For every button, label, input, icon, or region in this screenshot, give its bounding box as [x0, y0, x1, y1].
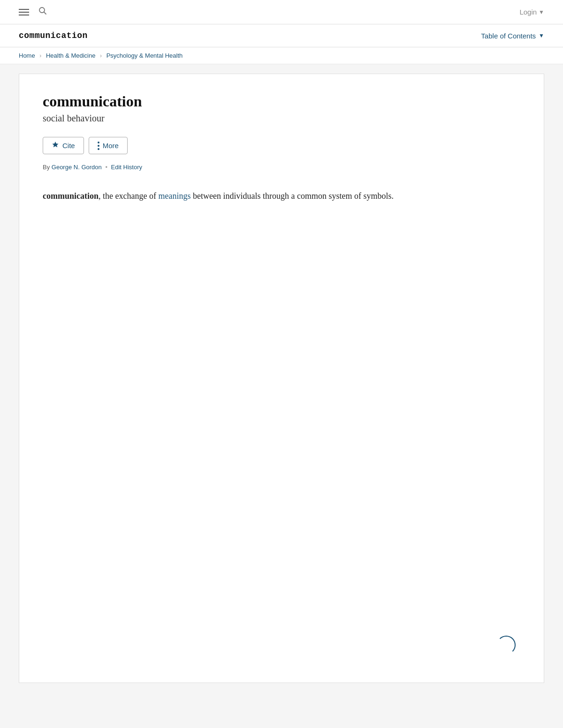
article-body-end: between individuals through a common sys…	[190, 191, 393, 201]
more-dots-icon	[98, 142, 99, 150]
author-link[interactable]: George N. Gordon	[52, 164, 102, 171]
cite-button[interactable]: Cite	[43, 137, 84, 154]
breadcrumb-subcategory-link[interactable]: Psychology & Mental Health	[107, 52, 183, 59]
search-button[interactable]	[38, 7, 47, 17]
breadcrumb-category-link[interactable]: Health & Medicine	[46, 52, 96, 59]
sub-header: communication Table of Contents ▼	[0, 24, 563, 47]
meanings-link[interactable]: meanings	[158, 191, 190, 201]
byline-separator: •	[105, 164, 107, 171]
article-body-comma: , the exchange of	[99, 191, 158, 201]
cite-label: Cite	[62, 142, 75, 150]
svg-line-1	[44, 12, 46, 14]
login-button[interactable]: Login ▼	[519, 8, 544, 16]
byline: By George N. Gordon • Edit History	[43, 164, 520, 171]
more-button[interactable]: More	[89, 137, 128, 154]
login-chevron-icon: ▼	[539, 9, 544, 15]
article-body-bold-term: communication	[43, 191, 99, 201]
edit-history-link[interactable]: Edit History	[111, 164, 142, 171]
hamburger-menu-button[interactable]	[19, 9, 29, 15]
content-card: communication social behaviour Cite More	[19, 74, 544, 683]
top-navigation: Login ▼	[0, 0, 563, 24]
article-paragraph: communication, the exchange of meanings …	[43, 189, 520, 203]
toc-label: Table of Contents	[481, 32, 536, 40]
article-main-title: communication	[43, 93, 520, 110]
more-label: More	[103, 142, 119, 150]
nav-left	[19, 7, 47, 17]
breadcrumb-home-link[interactable]: Home	[19, 52, 35, 59]
by-prefix: By	[43, 164, 50, 171]
cite-badge-icon	[52, 141, 59, 150]
article-body: communication, the exchange of meanings …	[43, 189, 520, 203]
main-wrapper: communication social behaviour Cite More	[0, 64, 563, 692]
action-buttons: Cite More	[43, 137, 520, 154]
header-article-title: communication	[19, 31, 88, 40]
breadcrumb-sep-1: ›	[39, 53, 41, 59]
breadcrumb: Home › Health & Medicine › Psychology & …	[0, 47, 563, 64]
login-label: Login	[519, 8, 537, 16]
article-subtitle: social behaviour	[43, 113, 520, 124]
breadcrumb-sep-2: ›	[100, 53, 102, 59]
table-of-contents-button[interactable]: Table of Contents ▼	[481, 32, 544, 40]
toc-chevron-icon: ▼	[539, 32, 544, 39]
loading-spinner	[497, 636, 516, 654]
